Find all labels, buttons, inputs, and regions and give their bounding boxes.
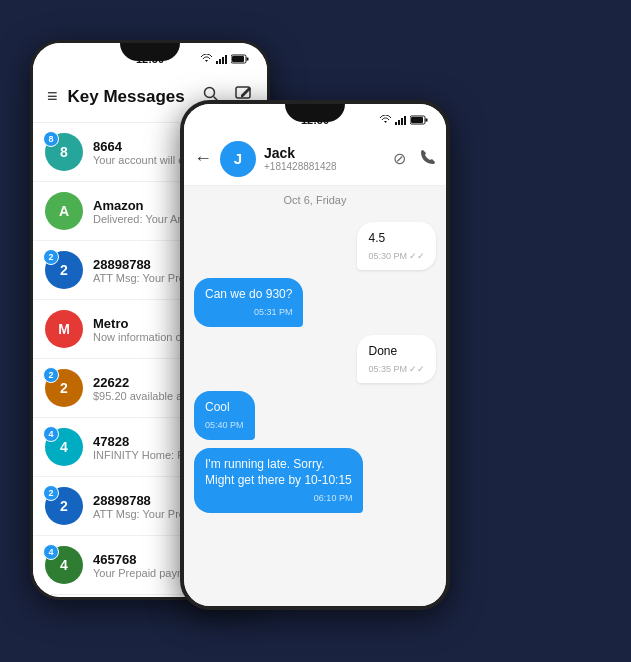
svg-rect-15	[411, 117, 423, 123]
svg-rect-16	[426, 119, 428, 122]
bubble-row-sent-2: Can we do 930? 05:31 PM	[194, 278, 436, 326]
block-icon[interactable]: ⊘	[393, 149, 406, 168]
svg-rect-12	[401, 118, 403, 125]
chat-avatar: J	[220, 141, 256, 177]
chat-messages: 4.5 05:30 PM ✓✓ Can we do 930? 05:31 PM	[184, 214, 446, 606]
back-button[interactable]: ←	[194, 148, 212, 169]
bubble-time: 05:30 PM ✓✓	[368, 250, 425, 263]
bubble: I'm running late. Sorry. Might get there…	[194, 448, 363, 513]
app-title: Key Messages	[68, 87, 187, 107]
wifi-icon	[379, 115, 392, 125]
bubble-text: I'm running late. Sorry. Might get there…	[205, 457, 352, 488]
bubble-row-received-1: 4.5 05:30 PM ✓✓	[194, 222, 436, 270]
badge: 4	[43, 426, 59, 442]
bubble-row-sent-4: Cool 05:40 PM	[194, 391, 436, 439]
bubble: Can we do 930? 05:31 PM	[194, 278, 303, 326]
chat-screen: 12:30 ← J Jack +181428881428 ⊘ Oct 6, Fr…	[184, 104, 446, 606]
avatar: 4 4	[45, 428, 83, 466]
avatar: A	[45, 192, 83, 230]
bubble-time: 05:40 PM	[205, 419, 244, 432]
svg-rect-3	[225, 55, 227, 64]
call-icon[interactable]	[420, 149, 436, 169]
phone-chat: 12:30 ← J Jack +181428881428 ⊘ Oct 6, Fr…	[180, 100, 450, 610]
chat-name: Jack	[264, 145, 379, 161]
badge: 2	[43, 367, 59, 383]
chat-info: Jack +181428881428	[264, 145, 379, 172]
date-separator: Oct 6, Friday	[184, 186, 446, 214]
bubble-text: Can we do 930?	[205, 287, 292, 301]
avatar: 4 4	[45, 546, 83, 584]
avatar: 2 2	[45, 487, 83, 525]
bubble-row-sent-5: I'm running late. Sorry. Might get there…	[194, 448, 436, 513]
chat-header: ← J Jack +181428881428 ⊘	[184, 132, 446, 186]
bubble: Cool 05:40 PM	[194, 391, 255, 439]
checkmark: ✓✓	[409, 363, 425, 376]
signal-icon	[395, 115, 407, 125]
notch-list	[120, 43, 180, 61]
svg-rect-1	[219, 59, 221, 64]
hamburger-icon[interactable]: ≡	[47, 86, 58, 107]
avatar: 2 2	[45, 369, 83, 407]
bubble: Done 05:35 PM ✓✓	[357, 335, 436, 383]
badge: 8	[43, 131, 59, 147]
badge: 2	[43, 249, 59, 265]
avatar: 2 2	[45, 251, 83, 289]
battery-icon	[410, 115, 428, 125]
signal-icon	[216, 54, 228, 64]
wifi-icon	[200, 54, 213, 64]
svg-rect-13	[404, 116, 406, 125]
svg-rect-6	[247, 58, 249, 61]
svg-rect-2	[222, 57, 224, 64]
bubble: 4.5 05:30 PM ✓✓	[357, 222, 436, 270]
bubble-text: Cool	[205, 400, 230, 414]
bubble-time: 06:10 PM	[205, 492, 352, 505]
status-icons-list	[200, 54, 249, 64]
avatar: M	[45, 310, 83, 348]
svg-rect-5	[232, 56, 244, 62]
battery-icon	[231, 54, 249, 64]
checkmark: ✓✓	[409, 250, 425, 263]
bubble-row-received-3: Done 05:35 PM ✓✓	[194, 335, 436, 383]
svg-point-7	[205, 88, 215, 98]
svg-rect-10	[395, 122, 397, 125]
chat-phone-number: +181428881428	[264, 161, 379, 172]
bubble-text: Done	[368, 344, 397, 358]
avatar: 8 8	[45, 133, 83, 171]
bubble-time: 05:35 PM ✓✓	[368, 363, 425, 376]
status-icons-chat	[379, 115, 428, 125]
notch-chat	[285, 104, 345, 122]
bubble-time: 05:31 PM	[205, 306, 292, 319]
bubble-text: 4.5	[368, 231, 385, 245]
badge: 2	[43, 485, 59, 501]
svg-rect-11	[398, 120, 400, 125]
badge: 4	[43, 544, 59, 560]
svg-rect-0	[216, 61, 218, 64]
